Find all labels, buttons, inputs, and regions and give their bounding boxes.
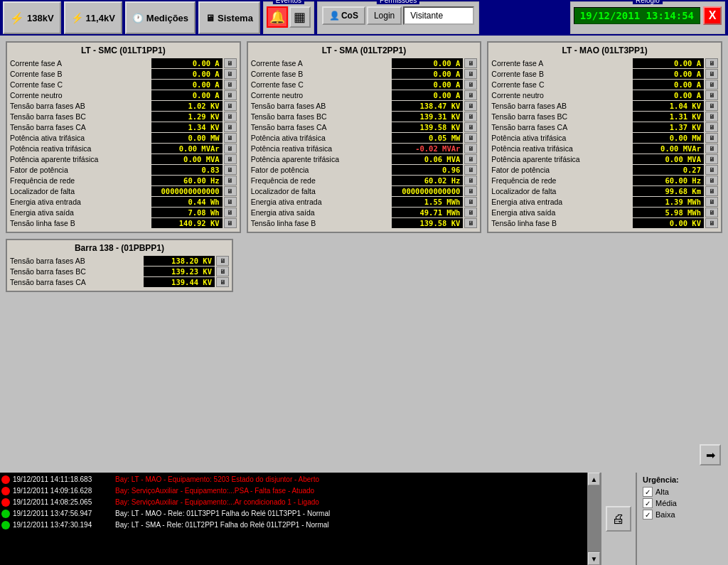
- monitor-icon[interactable]: 🖥: [705, 186, 718, 196]
- monitor-icon[interactable]: 🖥: [464, 58, 477, 68]
- monitor-icon[interactable]: 🖥: [705, 80, 718, 90]
- monitor-icon[interactable]: 🖥: [224, 122, 237, 132]
- monitor-icon[interactable]: 🖥: [224, 69, 237, 79]
- measure-value: 49.71 MWh: [392, 208, 463, 217]
- btn-138kv[interactable]: ⚡ 138kV: [3, 1, 61, 34]
- monitor-icon[interactable]: 🖥: [705, 218, 718, 228]
- monitor-icon[interactable]: 🖥: [464, 154, 477, 164]
- btn-medicoes[interactable]: 🕐 Medições: [125, 1, 196, 34]
- monitor-icon[interactable]: 🖥: [216, 267, 229, 276]
- monitor-icon[interactable]: 🖥: [705, 69, 718, 79]
- monitor-icon[interactable]: 🖥: [464, 101, 477, 111]
- table-row: Tensão barra fases AB 138.47 KV 🖥: [251, 101, 478, 111]
- measure-value: 0000000000000: [151, 186, 223, 196]
- print-button[interactable]: 🖨: [606, 506, 631, 532]
- monitor-icon[interactable]: 🖥: [464, 186, 477, 196]
- monitor-icon[interactable]: 🖥: [224, 176, 237, 185]
- monitor-icon[interactable]: 🖥: [224, 80, 237, 90]
- monitor-icon[interactable]: 🖥: [705, 133, 718, 143]
- monitor-icon[interactable]: 🖥: [224, 208, 237, 217]
- btn-11kv[interactable]: ⚡ 11,4kV: [64, 1, 122, 34]
- measure-label: Corrente fase B: [491, 70, 633, 78]
- measure-label: Energia ativa saída: [251, 208, 392, 217]
- monitor-icon[interactable]: 🖥: [464, 69, 477, 79]
- monitor-icon[interactable]: 🖥: [705, 165, 718, 175]
- urgencia-panel: Urgência: ✓ Alta ✓ Média ✓ Baixa: [636, 473, 728, 565]
- monitor-icon[interactable]: 🖥: [705, 154, 718, 164]
- measure-label: Potência ativa trifásica: [10, 134, 151, 142]
- table-row: Corrente fase C 0.00 A 🖥: [10, 80, 237, 90]
- table-row: Fator de potência 0.27 🖥: [491, 165, 718, 175]
- monitor-icon[interactable]: 🖥: [464, 208, 477, 217]
- urgencia-checkbox[interactable]: ✓: [643, 510, 653, 520]
- log-scrollbar[interactable]: ▲ ▼: [587, 473, 600, 565]
- table-row: Corrente fase B 0.00 A 🖥: [251, 69, 478, 79]
- panels-row-2: Barra 138 - (01PBPP1) Tensão barra fases…: [6, 239, 722, 292]
- visitor-input[interactable]: [403, 6, 474, 25]
- nav-arrow-button[interactable]: ➡: [700, 444, 721, 466]
- alarm-button[interactable]: 🔔: [267, 6, 288, 28]
- monitor-icon[interactable]: 🖥: [464, 197, 477, 207]
- measure-value: 0.06 MVA: [392, 154, 463, 164]
- monitor-icon[interactable]: 🖥: [224, 133, 237, 143]
- btn-sistema[interactable]: 🖥 Sistema: [198, 1, 260, 34]
- grid-button[interactable]: ▦: [289, 6, 311, 28]
- monitor-icon[interactable]: 🖥: [224, 218, 237, 228]
- urgencia-item: ✓ Alta: [643, 487, 722, 497]
- scroll-down-button[interactable]: ▼: [588, 552, 600, 565]
- monitor-icon[interactable]: 🖥: [464, 176, 477, 185]
- urgencia-item: ✓ Média: [643, 498, 722, 508]
- measure-label: Potência ativa trifásica: [491, 134, 633, 142]
- monitor-icon[interactable]: 🖥: [464, 112, 477, 122]
- monitor-icon[interactable]: 🖥: [705, 101, 718, 111]
- monitor-icon[interactable]: 🖥: [224, 197, 237, 207]
- monitor-icon[interactable]: 🖥: [464, 218, 477, 228]
- measure-value: 60.02 Hz: [392, 176, 463, 185]
- monitor-icon[interactable]: 🖥: [224, 58, 237, 68]
- monitor-icon[interactable]: 🖥: [464, 133, 477, 143]
- monitor-icon[interactable]: 🖥: [705, 58, 718, 68]
- measure-value: -0.02 MVAr: [392, 144, 463, 154]
- login-button[interactable]: Login: [367, 6, 402, 25]
- monitor-icon[interactable]: 🖥: [705, 112, 718, 122]
- measure-label: Energia ativa entrada: [251, 198, 392, 206]
- urgencia-checkbox[interactable]: ✓: [643, 498, 653, 508]
- measure-label: Potência aparente trifásica: [10, 155, 151, 163]
- monitor-icon[interactable]: 🖥: [216, 256, 229, 266]
- monitor-icon[interactable]: 🖥: [224, 144, 237, 154]
- cos-button[interactable]: 👤 CoS: [322, 6, 365, 25]
- table-row: Potência aparente trifásica 0.06 MVA 🖥: [251, 154, 478, 164]
- monitor-icon[interactable]: 🖥: [464, 122, 477, 132]
- monitor-icon[interactable]: 🖥: [224, 165, 237, 175]
- monitor-icon[interactable]: 🖥: [224, 186, 237, 196]
- monitor-icon[interactable]: 🖥: [224, 101, 237, 111]
- close-button[interactable]: X: [703, 6, 722, 25]
- measure-value: 0.44 Wh: [151, 197, 223, 207]
- monitor-icon[interactable]: 🖥: [216, 277, 229, 287]
- scroll-up-button[interactable]: ▲: [588, 473, 600, 485]
- monitor-icon[interactable]: 🖥: [224, 154, 237, 164]
- monitor-icon[interactable]: 🖥: [705, 208, 718, 217]
- panel-title-smc: LT - SMC (01LT1PP1): [10, 45, 237, 55]
- monitor-icon[interactable]: 🖥: [464, 165, 477, 175]
- measure-label: Localizador de falta: [10, 187, 151, 195]
- measure-value: 139.44 KV: [144, 277, 215, 287]
- monitor-icon[interactable]: 🖥: [705, 122, 718, 132]
- barra138-rows: Tensão barra fases AB 138.20 KV 🖥 Tensão…: [10, 256, 229, 287]
- monitor-icon[interactable]: 🖥: [705, 197, 718, 207]
- urgencia-checkbox[interactable]: ✓: [643, 487, 653, 497]
- monitor-icon[interactable]: 🖥: [464, 90, 477, 100]
- monitor-icon[interactable]: 🖥: [464, 144, 477, 154]
- monitor-icon[interactable]: 🖥: [464, 80, 477, 90]
- measure-label: Tensão barra fases BC: [251, 112, 392, 121]
- log-timestamp: 19/12/2011 13:47:30.194: [13, 520, 112, 531]
- monitor-icon[interactable]: 🖥: [705, 144, 718, 154]
- monitor-icon[interactable]: 🖥: [705, 176, 718, 185]
- monitor-icon[interactable]: 🖥: [224, 112, 237, 122]
- measure-value: 7.08 Wh: [151, 208, 223, 217]
- list-item: 19/12/2011 14:11:18.683 Bay: LT - MAO - …: [1, 474, 586, 485]
- measure-value: 1.34 KV: [151, 122, 223, 132]
- topbar: ⚡ 138kV ⚡ 11,4kV 🕐 Medições 🖥 Sistema Ev…: [0, 0, 728, 36]
- monitor-icon[interactable]: 🖥: [705, 90, 718, 100]
- monitor-icon[interactable]: 🖥: [224, 90, 237, 100]
